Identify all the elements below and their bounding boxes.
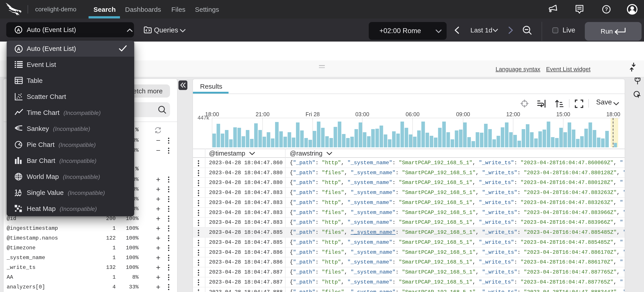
svg-text:03:00: 03:00: [356, 111, 370, 117]
svg-text:21:00: 21:00: [256, 111, 270, 117]
svg-text:?: ?: [605, 6, 608, 12]
svg-text:12:00: 12:00: [506, 111, 520, 117]
svg-text:A: A: [17, 46, 20, 52]
svg-text:18:00: 18:00: [606, 111, 620, 117]
svg-text:15:00: 15:00: [556, 111, 570, 117]
svg-text:06:00: 06:00: [406, 111, 420, 117]
svg-text:1A: 1A: [15, 189, 22, 195]
svg-text:Fri 28: Fri 28: [306, 111, 320, 117]
svg-text:447k: 447k: [198, 115, 210, 121]
svg-text:09:00: 09:00: [456, 111, 470, 117]
svg-text:A: A: [17, 27, 20, 32]
